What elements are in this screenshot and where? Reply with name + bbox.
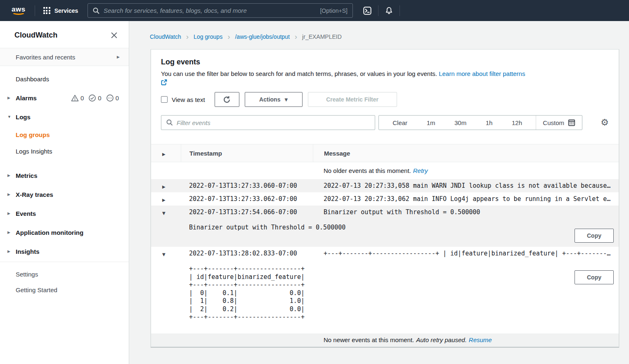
create-metric-filter-button[interactable]: Create Metric Filter [308,92,397,107]
actions-button[interactable]: Actions ▼ [245,92,303,107]
actions-label: Actions [259,96,280,103]
collapse-row-icon[interactable]: ▼ [162,211,166,215]
sidebar-item-application-monitoring[interactable]: ▶ Application monitoring [0,223,129,242]
refresh-button[interactable] [215,92,239,107]
application-monitoring-label: Application monitoring [16,229,83,236]
cloudwatch-sidebar: CloudWatch Favorites and recents ▶ Dashb… [0,21,129,364]
close-icon [111,32,118,39]
check-circle-icon [88,94,96,102]
copy-button[interactable]: Copy [575,229,614,243]
sidebar-item-events[interactable]: ▶ Events [0,204,129,223]
logs-insights-label: Logs Insights [16,148,52,155]
ascii-table-line: | 2| 0.2| 0.0| [189,305,569,314]
log-message: 2022-07-13 20:27:33,058 main WARN JNDI l… [313,182,619,189]
chevron-right-icon: ▶ [7,249,10,253]
chevron-right-icon: ▶ [7,96,10,100]
breadcrumb: CloudWatch › Log groups › /aws-glue/jobs… [129,21,629,40]
time-range-1m[interactable]: 1m [426,119,436,126]
sidebar-close-button[interactable] [111,32,118,39]
events-label: Events [16,210,36,217]
time-range-12h[interactable]: 12h [511,119,523,126]
ascii-table-line: +---+-------+-----------------+ [189,281,569,289]
time-range-custom[interactable]: Custom [536,116,582,130]
sidebar-item-logs-insights[interactable]: Logs Insights [0,143,129,159]
sidebar-item-xray-traces[interactable]: ▶ X-Ray traces [0,185,129,204]
notifications-button[interactable] [380,7,398,14]
view-as-text-checkbox[interactable] [161,96,168,103]
expand-row-icon[interactable]: ▶ [162,184,166,189]
custom-label: Custom [543,119,564,126]
nav-divider [35,5,35,16]
view-as-text-label: View as text [172,96,205,103]
expand-all-icon[interactable]: ▶ [162,152,166,156]
alarms-label: Alarms [16,95,37,102]
retry-link[interactable]: Retry [413,167,428,174]
filter-events-input[interactable] [177,119,370,126]
no-older-events-text: No older events at this moment. [324,167,411,174]
bell-icon [385,7,393,14]
chevron-right-icon: ▶ [7,230,10,234]
expand-row-icon[interactable]: ▶ [162,198,166,202]
log-row[interactable]: ▶ 2022-07-13T13:27:33.062-07:00 2022-07-… [151,192,619,206]
sidebar-item-dashboards[interactable]: Dashboards [0,69,129,88]
log-timestamp: 2022-07-13T13:28:02.833-07:00 [181,250,313,257]
breadcrumb-log-group-name[interactable]: /aws-glue/jobs/output [235,33,289,40]
alarms-in-alarm-badge: 0 [71,94,84,102]
sidebar-item-favorites-and-recents[interactable]: Favorites and recents ▶ [0,48,129,66]
alarms-ok-badge: 0 [88,94,101,102]
learn-more-link[interactable]: Learn more about filter patterns [439,70,525,77]
sidebar-item-settings[interactable]: Settings [0,266,129,282]
ascii-table-line: +---+-------+-----------------+ [189,265,569,273]
refresh-icon [223,96,231,104]
log-events-panel: Log events You can use the filter bar be… [151,49,619,347]
filter-events-box[interactable] [161,115,375,130]
timestamp-column-header[interactable]: Timestamp [181,144,313,162]
external-link-icon[interactable] [161,79,167,85]
top-navigation-bar: aws Services [Option+S] [0,0,629,21]
breadcrumb-log-groups[interactable]: Log groups [194,33,222,40]
nav-divider [378,5,378,16]
collapse-row-icon[interactable]: ▼ [162,252,166,257]
log-detail-text: Binarizer output with Threshold = 0.5000… [189,224,569,232]
resume-link[interactable]: Resume [469,336,492,343]
cloudshell-button[interactable] [358,7,376,15]
global-search-input[interactable] [104,7,320,14]
services-menu-button[interactable]: Services [43,7,78,14]
global-search-box[interactable]: [Option+S] [87,3,353,18]
table-header-row: ▶ Timestamp Message [151,144,619,162]
chevron-right-icon: ▶ [117,55,120,59]
dashboards-label: Dashboards [16,76,49,83]
sidebar-item-insights[interactable]: ▶ Insights [0,242,129,261]
time-range-clear[interactable]: Clear [392,119,408,126]
copy-button[interactable]: Copy [575,270,614,284]
chevron-separator-icon: › [186,34,189,40]
log-row-expanded[interactable]: ▼ 2022-07-13T13:27:54.066-07:00 Binarize… [151,206,619,247]
auto-retry-paused-text: Auto retry paused. [416,336,467,343]
page-title: Log events [161,58,609,66]
sidebar-item-logs[interactable]: ▼ Logs [0,107,129,126]
ellipsis-circle-icon [106,94,114,102]
sidebar-item-getting-started[interactable]: Getting Started [0,282,129,298]
no-older-events-row: No older events at this moment. Retry [151,162,619,179]
main-content: CloudWatch › Log groups › /aws-glue/jobs… [129,21,629,364]
log-row-expanded[interactable]: ▼ 2022-07-13T13:28:02.833-07:00 +---+---… [151,247,619,333]
ascii-table-line: +---+-------+-----------------+ [189,313,569,321]
log-groups-label: Log groups [16,131,50,138]
time-range-1h[interactable]: 1h [485,119,494,126]
sidebar-item-alarms[interactable]: ▶ Alarms 0 [0,88,129,107]
sidebar-item-metrics[interactable]: ▶ Metrics [0,166,129,185]
log-row[interactable]: ▶ 2022-07-13T13:27:33.060-07:00 2022-07-… [151,179,619,192]
cloudshell-icon [363,7,371,15]
message-column-header[interactable]: Message [313,144,619,162]
chevron-separator-icon: › [227,34,230,40]
metrics-label: Metrics [16,172,38,179]
log-message: Binarizer output with Threshold = 0.5000… [313,208,619,216]
time-range-30m[interactable]: 30m [454,119,467,126]
favorites-label: Favorites and recents [16,54,75,61]
breadcrumb-cloudwatch[interactable]: CloudWatch [150,33,181,40]
sidebar-item-log-groups[interactable]: Log groups [0,126,129,143]
aws-logo[interactable]: aws [12,6,26,15]
gear-icon[interactable]: ⚙ [601,118,609,127]
chevron-right-icon: ▶ [7,211,10,215]
ascii-table-line: | id|feature|binarized_feature| [189,273,569,281]
